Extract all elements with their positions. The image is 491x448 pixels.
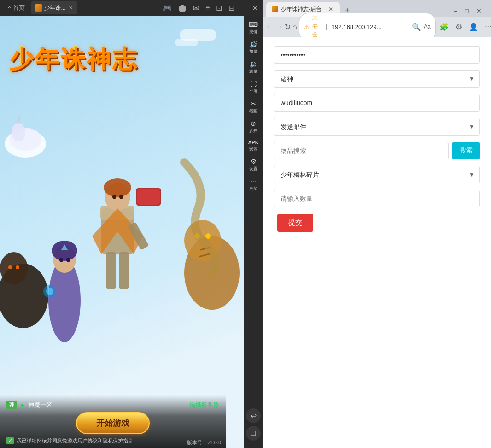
multi-label: 多开 (249, 128, 257, 134)
security-icon: ⚠ (304, 24, 310, 30)
emulator-panel: ⌂ 首页 少年诛... ✕ 🎮 ⬤ ✉ ≡ ⊡ ⊟ □ ✕ ⌨ 按键 🔊 加量 (0, 0, 263, 448)
sidebar-tool-more[interactable]: ··· 更多 (245, 175, 262, 194)
screenshot-label: 截图 (249, 108, 257, 114)
server-select-dropdown[interactable]: 诸神 (274, 70, 480, 88)
svg-point-30 (59, 258, 63, 262)
game-content: 少年诛神志 (0, 16, 244, 448)
fullscreen-icon: ⛶ (250, 80, 257, 88)
more-label: 更多 (249, 186, 257, 192)
account-btn[interactable]: 👤 (467, 20, 480, 33)
sidebar-tool-install[interactable]: APK 安装 (245, 137, 262, 154)
browser-tab-favicon (272, 6, 278, 12)
browser-content: 诸神 ▼ 发送邮件 ▼ 搜索 少年梅林碎片 ▼ 提交 (263, 37, 491, 448)
home-tab[interactable]: ⌂ 首页 (3, 2, 29, 14)
browser-maximize-btn[interactable]: □ (463, 6, 471, 17)
game-tab[interactable]: 少年诛... ✕ (31, 1, 77, 14)
svg-point-5 (0, 252, 28, 284)
sidebar-bottom: ↩ □ (246, 408, 261, 445)
select2-wrap: 发送邮件 ▼ (274, 118, 480, 136)
svg-rect-26 (119, 252, 129, 289)
home-btn[interactable]: □ (246, 426, 261, 441)
volume-up-label: 加量 (249, 49, 257, 55)
svg-point-11 (205, 233, 211, 239)
quantity-input[interactable] (274, 190, 480, 207)
sidebar-tool-fullscreen[interactable]: ⛶ 全屏 (245, 78, 262, 97)
server-name: 神魔一区 (28, 401, 52, 409)
svg-point-6 (8, 265, 12, 269)
password-input[interactable] (274, 46, 480, 64)
ctrl-gamepad[interactable]: 🎮 (161, 3, 174, 13)
sidebar-tool-volume-down[interactable]: 🔉 减量 (245, 58, 262, 77)
browser-tab-close[interactable]: ✕ (327, 6, 334, 13)
server-row: 荐 ◆ 神魔一区 选择服务器 (6, 401, 219, 409)
ctrl-restore[interactable]: ⊡ (214, 3, 224, 13)
username-input[interactable] (274, 94, 480, 112)
settings-icon: ⚙ (251, 158, 257, 165)
refresh-button[interactable]: ↻ (285, 20, 291, 33)
ctrl-record[interactable]: ⬤ (176, 3, 188, 13)
sidebar-tool-keyboard[interactable]: ⌨ 按键 (245, 18, 262, 37)
keyboard-icon: ⌨ (249, 21, 258, 28)
game-tab-close[interactable]: ✕ (67, 5, 74, 11)
server-select-btn[interactable]: 选择服务器 (189, 401, 219, 409)
server-badge: 荐 (6, 401, 17, 409)
home-icon: ⌂ (7, 4, 11, 12)
svg-rect-25 (106, 252, 116, 289)
address-input[interactable] (332, 24, 409, 30)
ctrl-maximize[interactable]: □ (239, 3, 247, 13)
install-icon: APK (248, 140, 258, 145)
multi-icon: ⊕ (251, 120, 256, 127)
sidebar-tool-screenshot[interactable]: ✂ 截图 (245, 98, 262, 117)
ctrl-close[interactable]: ✕ (250, 3, 260, 13)
settings-label: 设置 (249, 166, 257, 172)
extensions-btn[interactable]: 🧩 (438, 20, 450, 33)
ctrl-minimize[interactable]: ⊟ (227, 3, 236, 13)
emulator-sidebar: ⌨ 按键 🔊 加量 🔉 减量 ⛶ 全屏 ✂ 截图 ⊕ 多开 APK 安装 ⚙ (244, 16, 263, 448)
ctrl-mail[interactable]: ✉ (191, 3, 201, 13)
version-text: 版本号：v1.0.0 (187, 439, 221, 446)
titlebar-controls: 🎮 ⬤ ✉ ≡ ⊡ ⊟ □ ✕ (161, 3, 260, 13)
reader-mode-btn[interactable]: Aa (424, 22, 431, 32)
fullscreen-label: 全屏 (249, 88, 257, 94)
browser-minimize-btn[interactable]: − (452, 6, 459, 17)
home-label: 首页 (13, 4, 25, 12)
svg-point-19 (119, 195, 123, 199)
svg-line-3 (18, 116, 19, 123)
search-row: 搜索 (274, 142, 480, 159)
item-search-input[interactable] (274, 142, 449, 159)
game-characters-svg (0, 116, 244, 383)
forward-button[interactable]: → (275, 20, 283, 33)
submit-button[interactable]: 提交 (277, 214, 313, 232)
action-select-dropdown[interactable]: 发送邮件 (274, 118, 480, 136)
sidebar-tool-settings[interactable]: ⚙ 设置 (245, 155, 262, 174)
browser-toolbar: ← → ↻ ⌂ ⚠ 不安全 | 🔍 Aa 🧩 ⚙ 👤 ··· (263, 17, 491, 37)
address-search-btn[interactable]: 🔍 (412, 22, 421, 32)
search-button[interactable]: 搜索 (452, 142, 480, 159)
browser-settings-btn[interactable]: ⚙ (452, 20, 465, 33)
back-button[interactable]: ← (266, 20, 274, 33)
more-icon: ··· (251, 177, 256, 185)
home-button[interactable]: ⌂ (292, 20, 297, 33)
sidebar-tool-volume-up[interactable]: 🔊 加量 (245, 38, 262, 57)
game-title-area: 少年诛神志 (9, 43, 216, 76)
sidebar-tool-multi[interactable]: ⊕ 多开 (245, 118, 262, 136)
game-tab-favicon (35, 4, 42, 12)
svg-point-17 (104, 178, 131, 197)
svg-point-31 (66, 258, 70, 262)
submit-row: 提交 (274, 214, 480, 232)
agreement-checkbox[interactable]: ✓ (6, 437, 14, 444)
browser-window-controls: − □ ✕ (452, 6, 487, 17)
browser-close-btn[interactable]: ✕ (474, 6, 484, 17)
svg-point-29 (52, 241, 77, 261)
start-game-button[interactable]: 开始游戏 (76, 412, 150, 434)
keyboard-label: 按键 (249, 29, 257, 35)
game-title: 少年诛神志 (9, 43, 216, 76)
browser-more-btn[interactable]: ··· (482, 20, 491, 33)
svg-point-18 (112, 195, 116, 199)
back-btn[interactable]: ↩ (246, 408, 261, 423)
volume-down-icon: 🔉 (250, 60, 257, 68)
ctrl-menu[interactable]: ≡ (204, 3, 211, 13)
svg-point-34 (46, 288, 53, 295)
item-select-dropdown[interactable]: 少年梅林碎片 (274, 166, 480, 183)
screenshot-icon: ✂ (251, 100, 256, 107)
